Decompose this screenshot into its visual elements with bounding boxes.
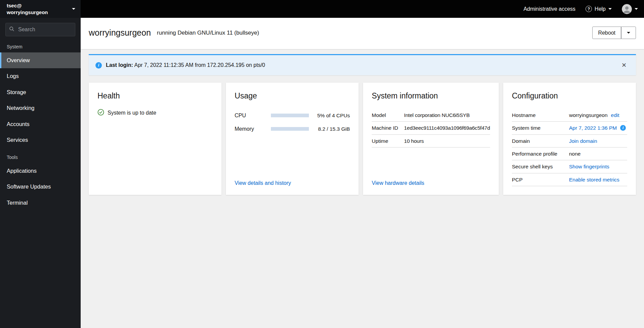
sidebar-item-overview[interactable]: Overview <box>0 52 81 68</box>
cockpit-app: tsec@ worryingsurgeon System Overview Lo… <box>0 0 644 328</box>
search-icon <box>9 26 14 33</box>
performance-profile-value: none <box>569 151 580 157</box>
info-icon[interactable]: i <box>620 125 626 131</box>
reboot-dropdown-toggle[interactable] <box>621 27 636 39</box>
reboot-split-button: Reboot <box>592 27 636 39</box>
user-name: tsec@ <box>7 2 48 9</box>
cpu-progress-bar <box>271 114 309 117</box>
show-fingerprints-link[interactable]: Show fingerprints <box>569 163 609 170</box>
user-host-menu[interactable]: tsec@ worryingsurgeon <box>0 0 81 18</box>
hostname-value-group: worryingsurgeon edit <box>569 112 619 118</box>
usage-card-title: Usage <box>235 91 350 101</box>
edit-hostname-link[interactable]: edit <box>611 112 619 118</box>
main-column: Administrative access ? Help <box>81 0 644 328</box>
info-icon: i <box>95 62 102 69</box>
session-menu[interactable] <box>622 4 638 14</box>
sidebar-search <box>5 23 75 36</box>
host-name: worryingsurgeon <box>7 9 48 16</box>
health-status-text: System is up to date <box>108 110 156 116</box>
alert-title: Last login: <box>106 62 133 68</box>
performance-profile-label: Performance profile <box>512 151 569 157</box>
uptime-row: Uptime 10 hours <box>372 135 490 148</box>
alert-text: Last login: Apr 7, 2022 11:12:35 AM from… <box>106 62 265 68</box>
chevron-down-icon <box>635 8 638 10</box>
alert-message: Apr 7, 2022 11:12:35 AM from 172.20.254.… <box>134 62 265 68</box>
system-time-link[interactable]: Apr 7, 2022 1:36 PM <box>569 125 617 131</box>
secure-shell-keys-value-group: Show fingerprints <box>569 163 609 170</box>
nav-section-tools: Tools <box>0 148 81 163</box>
machine-id-row: Machine ID 1ed3eec9111c4093a1096f69a6c5f… <box>372 122 490 134</box>
health-status: System is up to date <box>97 109 213 117</box>
check-circle-icon <box>97 109 104 117</box>
memory-progress-bar <box>271 127 309 131</box>
sidebar-item-logs[interactable]: Logs <box>0 68 81 84</box>
sidebar-item-storage[interactable]: Storage <box>0 84 81 100</box>
domain-value-group: Join domain <box>569 138 597 144</box>
reboot-button[interactable]: Reboot <box>592 27 621 39</box>
sidebar-item-accounts[interactable]: Accounts <box>0 116 81 132</box>
model-value: Intel corporation NUC6i5SYB <box>404 112 470 118</box>
nav-section-system: System <box>0 38 81 52</box>
secure-shell-keys-row: Secure shell keys Show fingerprints <box>512 160 627 173</box>
memory-usage-row: Memory 8.2 / 15.3 GiB <box>235 122 350 136</box>
secure-shell-keys-label: Secure shell keys <box>512 163 569 170</box>
cpu-usage-value: 5% of 4 CPUs <box>309 113 350 119</box>
sidebar-item-networking[interactable]: Networking <box>0 100 81 116</box>
avatar <box>622 4 632 14</box>
domain-row: Domain Join domain <box>512 135 627 148</box>
hostname-label: Hostname <box>512 112 569 118</box>
chevron-down-icon <box>72 8 75 10</box>
pcp-value-group: Enable stored metrics <box>569 176 619 183</box>
domain-label: Domain <box>512 138 569 144</box>
close-icon[interactable]: ✕ <box>619 61 629 70</box>
overview-cards: Health System is up to date <box>89 83 636 195</box>
machine-id-value: 1ed3eec9111c4093a1096f69a6c5f47d <box>404 125 490 131</box>
performance-profile-row: Performance profile none <box>512 148 627 160</box>
page-content: i Last login: Apr 7, 2022 11:12:35 AM fr… <box>81 49 644 328</box>
join-domain-link[interactable]: Join domain <box>569 138 597 144</box>
health-card: Health System is up to date <box>89 83 222 195</box>
top-bar: Administrative access ? Help <box>81 0 644 18</box>
model-row: Model Intel corporation NUC6i5SYB <box>372 109 490 122</box>
pcp-label: PCP <box>512 176 569 183</box>
hostname-row: Hostname worryingsurgeon edit <box>512 109 627 122</box>
help-menu[interactable]: ? Help <box>586 6 612 12</box>
page-header: worryingsurgeon running Debian GNU/Linux… <box>81 18 644 49</box>
os-subtitle: running Debian GNU/Linux 11 (bullseye) <box>157 30 259 36</box>
hostname-value: worryingsurgeon <box>569 112 608 118</box>
view-hardware-details-link[interactable]: View hardware details <box>372 180 490 186</box>
administrative-access-label: Administrative access <box>523 6 575 12</box>
pcp-row: PCP Enable stored metrics <box>512 173 627 186</box>
search-input[interactable] <box>17 26 72 33</box>
memory-usage-value: 8.2 / 15.3 GiB <box>309 126 350 132</box>
user-host-label: tsec@ worryingsurgeon <box>7 2 48 15</box>
cpu-label: CPU <box>235 113 271 119</box>
sidebar: tsec@ worryingsurgeon System Overview Lo… <box>0 0 81 328</box>
machine-id-label: Machine ID <box>372 125 404 131</box>
health-card-title: Health <box>97 91 213 101</box>
view-details-history-link[interactable]: View details and history <box>235 180 350 186</box>
page-title: worryingsurgeon <box>89 27 151 38</box>
enable-stored-metrics-link[interactable]: Enable stored metrics <box>569 176 619 183</box>
help-icon: ? <box>586 6 592 12</box>
system-time-row: System time Apr 7, 2022 1:36 PM i <box>512 122 627 134</box>
cpu-usage-row: CPU 5% of 4 CPUs <box>235 109 350 122</box>
sidebar-item-software-updates[interactable]: Software Updates <box>0 179 81 195</box>
sidebar-item-applications[interactable]: Applications <box>0 163 81 179</box>
uptime-value: 10 hours <box>404 138 424 144</box>
help-label: Help <box>595 6 606 12</box>
chevron-down-icon <box>608 8 612 10</box>
configuration-card: Configuration Hostname worryingsurgeon e… <box>503 83 636 195</box>
administrative-access-button[interactable]: Administrative access <box>523 6 575 12</box>
system-time-value-group: Apr 7, 2022 1:36 PM i <box>569 125 626 131</box>
sidebar-item-services[interactable]: Services <box>0 132 81 148</box>
system-time-label: System time <box>512 125 569 131</box>
model-label: Model <box>372 112 404 118</box>
sidebar-item-terminal[interactable]: Terminal <box>0 195 81 211</box>
system-information-card-title: System information <box>372 91 490 101</box>
last-login-alert: i Last login: Apr 7, 2022 11:12:35 AM fr… <box>89 54 636 75</box>
memory-label: Memory <box>235 126 271 132</box>
chevron-down-icon <box>627 32 630 34</box>
configuration-card-title: Configuration <box>512 91 627 101</box>
usage-card: Usage CPU 5% of 4 CPUs Memory <box>226 83 359 195</box>
